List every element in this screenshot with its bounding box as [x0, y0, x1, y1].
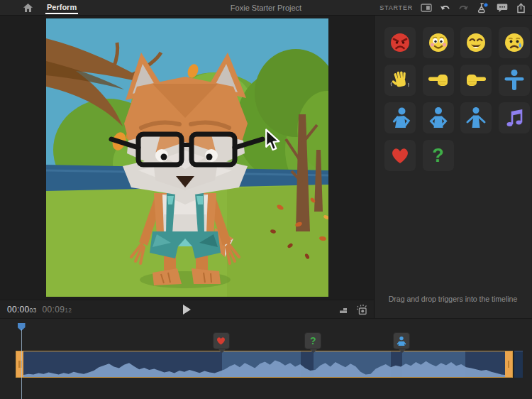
clip-right-handle[interactable] — [505, 351, 512, 377]
drag-drop-hint: Drag and drop triggers into the timeline — [375, 295, 531, 303]
beaker-button[interactable] — [477, 2, 489, 13]
trigger-shrug-pose-button[interactable] — [460, 102, 492, 133]
play-button[interactable] — [183, 305, 191, 315]
trigger-crying-face-button[interactable] — [499, 27, 530, 58]
clip-left-handle[interactable] — [16, 351, 23, 377]
share-icon — [516, 3, 526, 13]
stage-scene — [46, 18, 328, 297]
levels-button[interactable] — [338, 304, 350, 319]
question-mark-icon: ? — [310, 335, 316, 346]
tab-perform-label: Perform — [47, 3, 77, 11]
audio-clip-body[interactable] — [23, 351, 505, 377]
trigger-pin-person[interactable] — [393, 332, 410, 349]
transport-bar: 00:000300:0912 — [0, 300, 374, 318]
duration-time: 00:09 — [43, 305, 65, 315]
current-frames: 03 — [30, 307, 37, 314]
blushing-face-icon — [428, 32, 449, 53]
feedback-button[interactable] — [497, 3, 508, 13]
waving-hand-icon — [389, 70, 411, 91]
trigger-t-pose-button[interactable] — [499, 65, 530, 96]
trigger-pin-question[interactable]: ? — [304, 332, 321, 349]
heart-icon — [216, 336, 226, 346]
music-notes-icon — [504, 107, 525, 129]
trigger-question-button[interactable]: ? — [423, 140, 454, 171]
undo-button[interactable] — [440, 4, 450, 13]
snapshot-button[interactable] — [356, 304, 368, 319]
trigger-lean-pose-button[interactable] — [384, 102, 416, 133]
trigger-point-right-button[interactable] — [460, 65, 492, 96]
share-button[interactable] — [516, 3, 526, 13]
home-button[interactable] — [21, 3, 34, 13]
timecode-display: 00:000300:0912 — [7, 305, 72, 315]
grinning-face-icon — [465, 32, 487, 53]
point-left-hand-icon — [427, 71, 450, 89]
t-pose-person-icon — [504, 69, 525, 92]
mouse-cursor — [265, 129, 280, 151]
trigger-heart-button[interactable] — [384, 140, 416, 171]
levels-icon — [338, 304, 350, 315]
question-mark-icon: ? — [432, 146, 444, 165]
trigger-point-left-button[interactable] — [423, 65, 454, 96]
current-time: 00:00 — [7, 305, 30, 315]
trigger-angry-face-button[interactable] — [384, 27, 416, 58]
tab-perform[interactable]: Perform — [45, 1, 78, 15]
home-icon — [23, 3, 33, 13]
audio-waveform — [23, 351, 505, 377]
plan-badge: STARTER — [379, 4, 413, 11]
audio-clip[interactable] — [16, 351, 513, 378]
redo-button[interactable] — [458, 4, 469, 13]
undo-icon — [440, 4, 450, 13]
trigger-blushing-face-button[interactable] — [423, 27, 454, 58]
timeline-panel[interactable]: ? — [0, 318, 532, 398]
crying-face-icon — [504, 32, 525, 53]
shrug-pose-person-icon — [465, 106, 487, 129]
playhead-line — [21, 329, 22, 399]
trigger-waving-hand-button[interactable] — [384, 65, 416, 96]
point-right-hand-icon — [465, 71, 487, 89]
feedback-bubble-icon — [497, 3, 508, 13]
top-bar: Perform Foxie Starter Project STARTER — [0, 0, 532, 16]
top-bar-actions: STARTER — [379, 0, 526, 16]
lean-pose-person-icon — [389, 106, 411, 129]
character-animator-app: Perform Foxie Starter Project STARTER — [0, 0, 532, 399]
clip-trimmed-remainder — [514, 351, 523, 378]
trigger-grid: ? — [375, 16, 531, 171]
hands-on-hips-person-icon — [428, 106, 449, 129]
trigger-grinning-face-button[interactable] — [460, 27, 492, 58]
person-icon — [397, 336, 406, 346]
trigger-music-button[interactable] — [499, 102, 530, 133]
angry-face-icon — [389, 32, 411, 53]
beaker-icon — [477, 2, 489, 13]
stage-canvas[interactable] — [46, 18, 328, 297]
trigger-pin-heart[interactable] — [213, 332, 230, 349]
snapshot-icon — [356, 304, 368, 316]
triggers-panel: ? Drag and drop triggers into the timeli… — [375, 16, 531, 318]
redo-icon — [458, 4, 469, 13]
duration-frames: 12 — [65, 307, 72, 314]
panel-preview-icon[interactable] — [421, 4, 432, 12]
heart-icon — [389, 146, 411, 165]
trigger-hands-on-hips-button[interactable] — [423, 102, 454, 133]
stage-panel: 00:000300:0912 — [0, 16, 375, 318]
